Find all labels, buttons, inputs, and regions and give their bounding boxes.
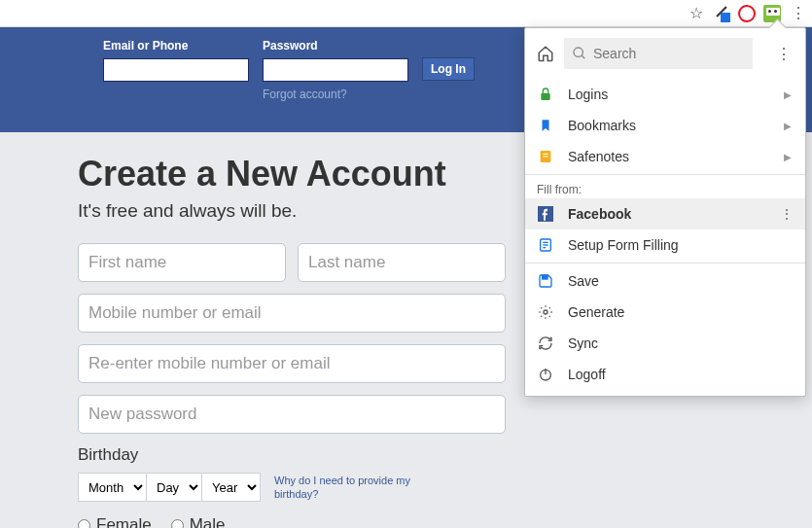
forgot-account-link[interactable]: Forgot account? <box>263 88 408 101</box>
popup-search-menu-icon[interactable]: ⋮ <box>772 45 795 63</box>
birthday-day-select[interactable]: Day <box>146 473 202 502</box>
save-menu-item[interactable]: Save <box>525 265 805 297</box>
facebook-icon <box>537 205 554 223</box>
birthday-why-link[interactable]: Why do I need to provide my birthday? <box>274 474 410 502</box>
first-name-input[interactable] <box>78 243 286 282</box>
generate-menu-item[interactable]: Generate <box>525 297 805 328</box>
email-label: Email or Phone <box>103 39 249 53</box>
birthday-label: Birthday <box>78 445 506 465</box>
lock-icon <box>537 86 554 103</box>
signup-form: Create a New Account It's free and alway… <box>0 132 506 528</box>
last-name-input[interactable] <box>298 243 506 282</box>
facebook-item-menu-icon[interactable]: ⋮ <box>780 206 794 222</box>
generate-icon <box>537 303 554 321</box>
roboform-popup: ⋮ Logins ▶ Bookmarks ▶ Safenotes ▶ Fill … <box>524 27 806 397</box>
email-input[interactable] <box>103 58 249 82</box>
browser-menu-icon[interactable]: ⋮ <box>789 5 806 22</box>
chevron-right-icon: ▶ <box>784 152 792 162</box>
form-icon <box>537 236 554 254</box>
birthday-month-select[interactable]: Month <box>78 473 147 502</box>
bookmark-icon <box>537 117 554 134</box>
reenter-mobile-email-input[interactable] <box>78 344 506 383</box>
opera-icon[interactable] <box>738 5 756 22</box>
wand-extension-icon[interactable] <box>713 5 730 22</box>
logins-menu-item[interactable]: Logins ▶ <box>525 79 805 110</box>
logoff-menu-item[interactable]: Logoff <box>525 359 805 390</box>
power-icon <box>537 366 554 383</box>
fill-from-label: Fill from: <box>525 177 805 198</box>
svg-rect-2 <box>541 93 549 100</box>
login-button[interactable]: Log In <box>422 57 475 81</box>
signup-title: Create a New Account <box>78 154 506 194</box>
svg-line-1 <box>582 55 584 58</box>
female-radio[interactable] <box>78 519 90 529</box>
separator <box>525 174 805 175</box>
new-password-input[interactable] <box>78 395 506 434</box>
fill-from-facebook-item[interactable]: Facebook ⋮ <box>525 198 805 229</box>
svg-point-12 <box>544 310 547 314</box>
chevron-right-icon: ▶ <box>784 89 792 100</box>
password-input[interactable] <box>263 58 408 82</box>
signup-subtitle: It's free and always will be. <box>78 200 506 222</box>
male-radio[interactable] <box>171 519 184 529</box>
chevron-right-icon: ▶ <box>784 121 792 131</box>
browser-toolbar: ☆ ⋮ <box>0 0 812 27</box>
separator <box>525 263 805 264</box>
gender-male-option[interactable]: Male <box>171 515 226 528</box>
bookmark-star-icon[interactable]: ☆ <box>688 5 705 22</box>
bookmarks-menu-item[interactable]: Bookmarks ▶ <box>525 110 805 141</box>
svg-point-0 <box>574 48 583 56</box>
mobile-email-input[interactable] <box>78 294 506 333</box>
gender-female-option[interactable]: Female <box>78 515 152 528</box>
safenotes-menu-item[interactable]: Safenotes ▶ <box>525 141 805 172</box>
birthday-year-select[interactable]: Year <box>201 473 261 502</box>
sync-menu-item[interactable]: Sync <box>525 328 805 359</box>
popup-search-input[interactable] <box>564 38 753 69</box>
svg-rect-11 <box>543 275 547 279</box>
setup-form-filling-item[interactable]: Setup Form Filling <box>525 229 805 261</box>
home-icon[interactable] <box>537 45 554 62</box>
save-icon <box>537 272 554 290</box>
note-icon <box>537 148 554 165</box>
search-icon <box>572 46 587 61</box>
sync-icon <box>537 334 554 352</box>
password-label: Password <box>263 39 408 53</box>
